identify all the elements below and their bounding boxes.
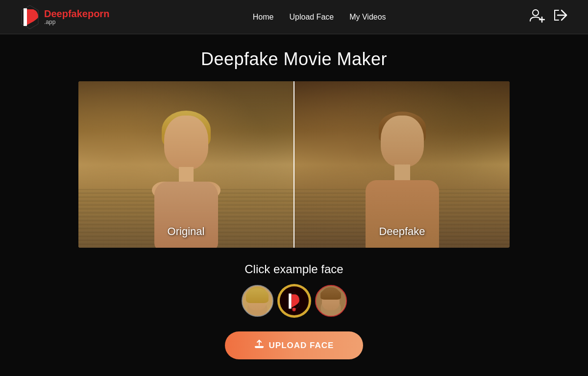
logo-face-svg <box>280 285 309 317</box>
male-face-svg <box>316 285 346 317</box>
deepfake-panel: Deepfake <box>294 81 510 248</box>
login-icon[interactable] <box>553 7 568 26</box>
svg-point-7 <box>248 287 267 300</box>
upload-icon <box>254 339 264 352</box>
svg-point-1 <box>533 10 539 16</box>
example-title: Click example face <box>245 262 343 276</box>
main-content: Deepfake Movie Maker Original <box>0 34 588 376</box>
face-circles <box>242 285 347 317</box>
upload-face-button[interactable]: UPLOAD FACE <box>225 331 364 359</box>
logo-deepfake: Deepfake <box>44 8 88 19</box>
svg-point-13 <box>320 299 341 317</box>
face-circle-male[interactable] <box>315 285 347 317</box>
nav-upload-face[interactable]: Upload Face <box>289 13 334 22</box>
female-face-svg <box>243 285 272 317</box>
upload-face-label: UPLOAD FACE <box>269 341 334 351</box>
main-nav: Home Upload Face My Videos <box>253 13 386 22</box>
nav-my-videos[interactable]: My Videos <box>349 13 386 22</box>
original-label: Original <box>168 225 205 238</box>
header-icons <box>529 7 568 26</box>
logo-icon <box>20 4 40 30</box>
nav-home[interactable]: Home <box>253 13 274 22</box>
logo[interactable]: Deepfakeporn .app <box>20 4 109 30</box>
example-section: Click example face <box>242 262 347 317</box>
face-circle-female[interactable] <box>242 285 273 317</box>
svg-point-6 <box>250 290 265 308</box>
svg-point-15 <box>322 287 339 299</box>
header: Deepfakeporn .app Home Upload Face My Vi… <box>0 0 588 34</box>
original-panel: Original <box>78 81 294 248</box>
comparison-container: Original Deepfake <box>78 81 510 248</box>
svg-point-8 <box>247 301 267 317</box>
page-title: Deepfake Movie Maker <box>201 49 387 70</box>
logo-porn: porn <box>88 8 109 19</box>
add-user-icon[interactable] <box>529 7 545 26</box>
head-female <box>164 116 208 169</box>
face-circle-logo[interactable] <box>278 285 310 317</box>
head-male <box>381 116 424 167</box>
logo-sub: .app <box>44 19 109 25</box>
logo-text: Deepfakeporn .app <box>44 8 109 25</box>
svg-point-14 <box>323 290 337 307</box>
deepfake-label: Deepfake <box>379 225 425 238</box>
svg-rect-19 <box>255 346 263 348</box>
